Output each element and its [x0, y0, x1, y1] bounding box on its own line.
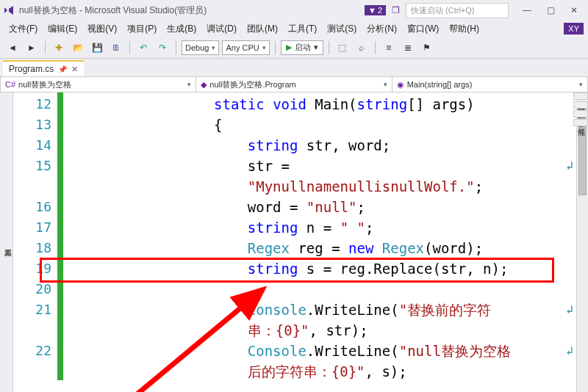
menu-window[interactable]: 窗口(W) [403, 21, 443, 37]
diagnostics-tab[interactable]: 诊断工具 [573, 110, 588, 117]
close-button[interactable]: ✕ [563, 3, 585, 18]
step-icon[interactable]: ⬚ [334, 40, 351, 56]
pin-icon[interactable]: 📌 [58, 65, 67, 73]
nav-class-combo[interactable]: ◆ null替换为空格.Program ▾ [196, 77, 392, 92]
chevron-down-icon: ▾ [579, 81, 583, 88]
vertical-scrollbar[interactable] [576, 92, 588, 392]
menu-bar: 文件(F) 编辑(E) 视图(V) 项目(P) 生成(B) 调试(D) 团队(M… [0, 21, 588, 37]
class-icon: ◆ [201, 80, 207, 90]
undo-button[interactable]: ↶ [135, 40, 151, 56]
menu-project[interactable]: 项目(P) [123, 21, 161, 37]
menu-edit[interactable]: 编辑(E) [43, 21, 82, 37]
title-bar: null替换为空格 - Microsoft Visual Studio(管理员)… [0, 0, 588, 21]
window-title: null替换为空格 - Microsoft Visual Studio(管理员) [19, 4, 207, 17]
team-explorer-tab[interactable]: 团队资源管理器 [573, 101, 588, 109]
menu-analyze[interactable]: 分析(N) [362, 21, 401, 37]
nav-bar: C# null替换为空格 ▾ ◆ null替换为空格.Program ▾ ◉ M… [0, 76, 588, 92]
menu-file[interactable]: 文件(F) [4, 21, 42, 37]
uncomment-button[interactable]: ≣ [400, 40, 416, 56]
new-project-button[interactable]: ✚ [51, 40, 67, 56]
quick-launch-input[interactable]: 快速启动 (Ctrl+Q) [406, 3, 509, 18]
platform-combo[interactable]: Any CPU▾ [222, 40, 269, 55]
main-toolbar: ◄ ► ✚ 📂 💾 🗎 ↶ ↷ Debug▾ Any CPU▾ ▶启动▾ ⬚ ⌕… [0, 37, 588, 59]
menu-help[interactable]: 帮助(H) [445, 21, 484, 37]
vs-logo-icon [3, 4, 15, 16]
start-debug-button[interactable]: ▶启动▾ [281, 40, 323, 55]
nav-fwd-button[interactable]: ► [24, 40, 40, 56]
solution-explorer-tab[interactable]: 解决方案资源管理器 [573, 92, 588, 100]
menu-build[interactable]: 生成(B) [162, 21, 201, 37]
nav-back-button[interactable]: ◄ [4, 40, 21, 56]
line-number-gutter: 1213141516171819202122 [13, 92, 57, 392]
toolbox-well-tab[interactable]: 工具箱 [0, 92, 13, 392]
menu-test[interactable]: 测试(S) [323, 21, 361, 37]
comment-button[interactable]: ≡ [381, 40, 397, 56]
menu-team[interactable]: 团队(M) [243, 21, 282, 37]
feedback-icon[interactable]: ❐ [389, 5, 403, 15]
chevron-down-icon: ▾ [187, 81, 191, 88]
redo-button[interactable]: ↷ [154, 40, 171, 56]
csharp-icon: C# [5, 80, 15, 89]
find-button[interactable]: ⌕ [354, 40, 370, 56]
open-file-button[interactable]: 📂 [70, 40, 86, 56]
tab-strip: Program.cs 📌 ✕ [0, 59, 588, 76]
config-combo[interactable]: Debug▾ [182, 40, 219, 55]
doc-tab-label: Program.cs [9, 64, 54, 74]
right-tool-wells: 解决方案资源管理器 团队资源管理器 诊断工具 属性 [573, 92, 588, 126]
user-badge[interactable]: XY [564, 23, 584, 35]
nav-project-combo[interactable]: C# null替换为空格 ▾ [1, 77, 196, 92]
method-icon: ◉ [397, 80, 404, 90]
chevron-down-icon: ▾ [384, 81, 387, 88]
menu-view[interactable]: 视图(V) [83, 21, 121, 37]
bookmark-button[interactable]: ⚑ [419, 40, 435, 56]
menu-debug[interactable]: 调试(D) [202, 21, 241, 37]
outline-margin[interactable] [63, 92, 74, 392]
minimize-button[interactable]: — [516, 3, 538, 18]
change-indicator [57, 92, 63, 392]
notification-badge[interactable]: ▼2 [365, 5, 386, 15]
code-surface[interactable]: static void Main(string[] args) { string… [74, 92, 576, 392]
maximize-button[interactable]: ▢ [539, 3, 562, 18]
nav-member-combo[interactable]: ◉ Main(string[] args) ▾ [392, 77, 587, 92]
save-all-button[interactable]: 🗎 [108, 40, 124, 56]
doc-tab-program[interactable]: Program.cs 📌 ✕ [3, 60, 84, 76]
tab-close-icon[interactable]: ✕ [71, 65, 78, 74]
code-editor[interactable]: 1213141516171819202122 static void Main(… [13, 92, 588, 392]
properties-tab[interactable]: 属性 [573, 119, 588, 126]
save-button[interactable]: 💾 [89, 40, 105, 56]
menu-tools[interactable]: 工具(T) [284, 21, 321, 37]
